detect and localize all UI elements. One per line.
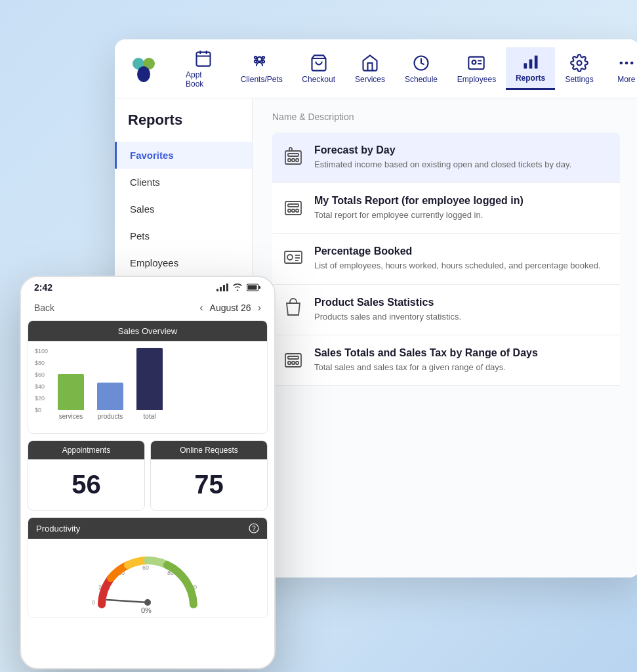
- chart-body: $100 $80 $60 $40 $20 $0 services product…: [28, 341, 267, 433]
- report-list: Forecast by Day Estimated income based o…: [272, 133, 620, 386]
- nav-item-more[interactable]: More: [604, 49, 637, 89]
- svg-rect-30: [285, 201, 301, 215]
- svg-rect-47: [223, 285, 225, 291]
- nav-item-appt-book[interactable]: Appt Book: [175, 44, 231, 94]
- phone-back-button[interactable]: Back: [34, 303, 54, 313]
- report-item-sales-totals[interactable]: Sales Totals and Sales Tax by Range of D…: [272, 335, 620, 386]
- svg-rect-32: [288, 209, 291, 212]
- sidebar-item-employees[interactable]: Employees: [115, 249, 252, 276]
- nav-item-settings[interactable]: Settings: [555, 49, 604, 89]
- svg-point-7: [257, 56, 262, 61]
- next-date-arrow[interactable]: ›: [258, 302, 261, 314]
- report-info-sales-totals: Sales Totals and Sales Tax by Range of D…: [314, 347, 609, 373]
- sidebar-item-favorites[interactable]: Favorites: [115, 142, 252, 169]
- report-item-forecast[interactable]: Forecast by Day Estimated income based o…: [272, 133, 620, 183]
- svg-rect-51: [248, 285, 257, 290]
- svg-point-11: [262, 60, 264, 62]
- svg-rect-26: [288, 154, 298, 156]
- svg-rect-46: [220, 287, 222, 291]
- nav-label-checkout: Checkout: [302, 75, 335, 84]
- register-icon-3: [283, 348, 304, 369]
- report-name-sales-totals: Sales Totals and Sales Tax by Range of D…: [314, 347, 609, 359]
- report-name-forecast: Forecast by Day: [314, 144, 609, 156]
- chart-y-axis: $100 $80 $60 $40 $20 $0: [35, 348, 48, 413]
- svg-text:0: 0: [92, 599, 95, 606]
- svg-point-15: [472, 60, 476, 64]
- svg-rect-18: [524, 63, 527, 68]
- nav-label-employees: Employees: [457, 75, 496, 84]
- svg-line-60: [107, 600, 148, 602]
- stat-card-online: Online Requests 75: [150, 440, 268, 511]
- sidebar-item-pets[interactable]: Pets: [115, 222, 252, 249]
- svg-point-8: [255, 56, 257, 59]
- app-logo: [128, 53, 159, 85]
- report-desc-product-sales: Products sales and inventory statistics.: [314, 311, 609, 323]
- prev-date-arrow[interactable]: ‹: [199, 302, 203, 314]
- svg-point-10: [255, 60, 257, 62]
- page-title: Reports: [115, 112, 252, 142]
- svg-rect-27: [288, 159, 291, 161]
- report-info-percentage: Percentage Booked List of employees, hou…: [314, 245, 609, 272]
- nav-items: Appt Book Clients/Pets: [175, 44, 637, 94]
- svg-point-9: [262, 56, 264, 59]
- bar-group-services: services: [58, 374, 84, 420]
- bar-group-products: products: [97, 383, 123, 420]
- nav-label-services: Services: [355, 75, 385, 84]
- productivity-section: Productivity ? 0 20 40 60 80 100: [28, 517, 268, 618]
- productivity-title: Productivity: [36, 524, 80, 534]
- report-name-product-sales: Product Sales Statistics: [314, 297, 609, 308]
- svg-rect-34: [296, 209, 298, 212]
- main-content: Name & Description: [253, 98, 637, 578]
- nav-label-clients-pets: Clients/Pets: [241, 75, 283, 84]
- register-icon-2: [283, 196, 304, 217]
- stat-header-appointments: Appointments: [28, 441, 144, 459]
- bar-label-products: products: [98, 413, 123, 420]
- nav-label-appt-book: Appt Book: [186, 70, 220, 89]
- svg-point-21: [577, 60, 582, 65]
- nav-item-reports[interactable]: Reports: [506, 47, 555, 90]
- sales-overview-header: Sales Overview: [28, 321, 267, 341]
- chart-bars: services products total: [35, 348, 260, 420]
- report-info-forecast: Forecast by Day Estimated income based o…: [314, 144, 609, 171]
- nav-item-services[interactable]: Services: [345, 49, 395, 89]
- svg-point-61: [144, 599, 151, 606]
- nav-item-checkout[interactable]: Checkout: [292, 49, 345, 89]
- svg-rect-50: [258, 286, 260, 289]
- nav-label-reports: Reports: [516, 74, 545, 83]
- battery-icon: [247, 284, 261, 291]
- report-name-percentage: Percentage Booked: [314, 245, 609, 257]
- sidebar-item-clients[interactable]: Clients: [115, 169, 252, 196]
- nav-label-schedule: Schedule: [405, 75, 438, 84]
- nav-item-schedule[interactable]: Schedule: [395, 49, 447, 89]
- nav-label-settings: Settings: [565, 75, 593, 84]
- svg-rect-3: [196, 52, 210, 66]
- stat-header-online: Online Requests: [151, 441, 267, 459]
- phone-status-icons: [216, 284, 261, 291]
- phone-date: August 26: [210, 303, 251, 313]
- svg-rect-43: [292, 362, 295, 364]
- top-nav: Appt Book Clients/Pets: [115, 39, 637, 98]
- id-card-icon: [283, 247, 304, 268]
- report-item-product-sales[interactable]: Product Sales Statistics Products sales …: [272, 285, 620, 335]
- report-name-totals: My Totals Report (for employee logged in…: [314, 195, 609, 207]
- productivity-gauge: 0 20 40 60 80 100: [82, 542, 213, 614]
- svg-rect-41: [288, 356, 298, 359]
- report-item-percentage[interactable]: Percentage Booked List of employees, hou…: [272, 234, 620, 284]
- svg-rect-29: [296, 159, 298, 161]
- svg-rect-42: [288, 362, 291, 364]
- stat-card-appointments: Appointments 56: [28, 440, 145, 511]
- phone-time: 2:42: [34, 282, 52, 293]
- nav-item-clients-pets[interactable]: Clients/Pets: [231, 49, 292, 89]
- stat-value-appointments: 56: [28, 459, 144, 510]
- report-info-product-sales: Product Sales Statistics Products sales …: [314, 297, 609, 323]
- report-item-totals[interactable]: My Totals Report (for employee logged in…: [272, 183, 620, 234]
- register-icon: [283, 146, 304, 167]
- svg-rect-44: [296, 362, 298, 364]
- stats-row: Appointments 56 Online Requests 75: [28, 440, 268, 511]
- productivity-body: 0 20 40 60 80 100: [28, 539, 267, 618]
- svg-text:?: ?: [252, 525, 256, 532]
- sidebar-item-sales[interactable]: Sales: [115, 196, 252, 222]
- svg-text:60: 60: [142, 564, 149, 571]
- info-icon: ?: [249, 523, 259, 534]
- nav-item-employees[interactable]: Employees: [447, 49, 506, 89]
